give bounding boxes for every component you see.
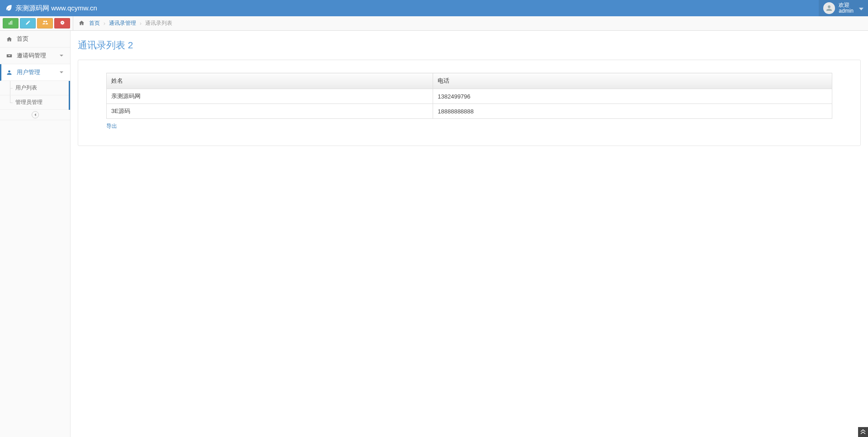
table-row: 3E源码 18888888888 (107, 104, 832, 119)
breadcrumb-group[interactable]: 通讯录管理 (109, 19, 136, 27)
toolbar-edit-button[interactable] (20, 18, 36, 28)
user-menu[interactable]: 欢迎 admin (819, 0, 868, 16)
nav-user-sub: 用户列表 管理员管理 (0, 81, 70, 110)
th-phone: 电话 (433, 73, 832, 89)
nav-invite[interactable]: 邀请码管理 (0, 47, 70, 64)
toolbar (0, 16, 73, 30)
double-chevron-up-icon (860, 429, 866, 436)
users-icon (42, 20, 48, 27)
caret-down-icon (859, 6, 863, 10)
sub-bar: 首页 › 通讯录管理 › 通讯录列表 (0, 16, 868, 31)
breadcrumb-home[interactable]: 首页 (89, 19, 100, 27)
scroll-top-button[interactable] (858, 427, 868, 437)
breadcrumb-current: 通讯录列表 (145, 19, 172, 27)
nav-user-label: 用户管理 (17, 68, 40, 76)
cell-name: 3E源码 (107, 104, 433, 119)
breadcrumb-sep: › (140, 20, 142, 27)
toolbar-settings-button[interactable] (54, 18, 70, 28)
layout: 首页 邀请码管理 用户管理 用户列表 管理员管理 通讯录列表 2 (0, 31, 868, 437)
th-name: 姓名 (107, 73, 433, 89)
leaf-icon (5, 4, 13, 13)
breadcrumb: 首页 › 通讯录管理 › 通讯录列表 (73, 16, 178, 30)
export-link[interactable]: 导出 (106, 122, 117, 130)
data-table: 姓名 电话 亲测源码网 1382499796 3E源码 18888888888 (106, 73, 832, 119)
nav-sub-admin[interactable]: 管理员管理 (0, 95, 69, 110)
top-header: 亲测源码网 www.qcymw.cn 欢迎 admin (0, 0, 868, 16)
brand-text: 亲测源码网 www.qcymw.cn (15, 4, 97, 13)
nav-user[interactable]: 用户管理 (0, 64, 70, 81)
toolbar-stats-button[interactable] (3, 18, 19, 28)
collapse-left-icon (32, 111, 39, 118)
pencil-icon (25, 20, 31, 27)
cell-phone: 1382499796 (433, 89, 832, 104)
nav-home-label: 首页 (17, 35, 28, 43)
brand[interactable]: 亲测源码网 www.qcymw.cn (5, 4, 97, 13)
nav-invite-label: 邀请码管理 (17, 52, 46, 60)
nav-home[interactable]: 首页 (0, 31, 70, 47)
panel: 姓名 电话 亲测源码网 1382499796 3E源码 18888888888 … (78, 60, 861, 146)
table-row: 亲测源码网 1382499796 (107, 89, 832, 104)
breadcrumb-sep: › (104, 20, 105, 27)
chevron-down-icon (59, 70, 64, 75)
cell-name: 亲测源码网 (107, 89, 433, 104)
avatar (823, 2, 835, 14)
nav-sub-userlist[interactable]: 用户列表 (0, 81, 69, 95)
home-icon (79, 20, 85, 27)
page-title: 通讯录列表 2 (78, 39, 861, 52)
content: 通讯录列表 2 姓名 电话 亲测源码网 1382499796 3E源码 (71, 31, 868, 437)
sidebar: 首页 邀请码管理 用户管理 用户列表 管理员管理 (0, 31, 71, 437)
toolbar-users-button[interactable] (37, 18, 53, 28)
bars-icon (8, 20, 14, 27)
sidebar-collapse[interactable] (0, 110, 70, 120)
chevron-down-icon (59, 53, 64, 58)
user-text: 欢迎 admin (839, 2, 854, 14)
cogs-icon (60, 20, 65, 27)
username-label: admin (839, 8, 854, 14)
cell-phone: 18888888888 (433, 104, 832, 119)
